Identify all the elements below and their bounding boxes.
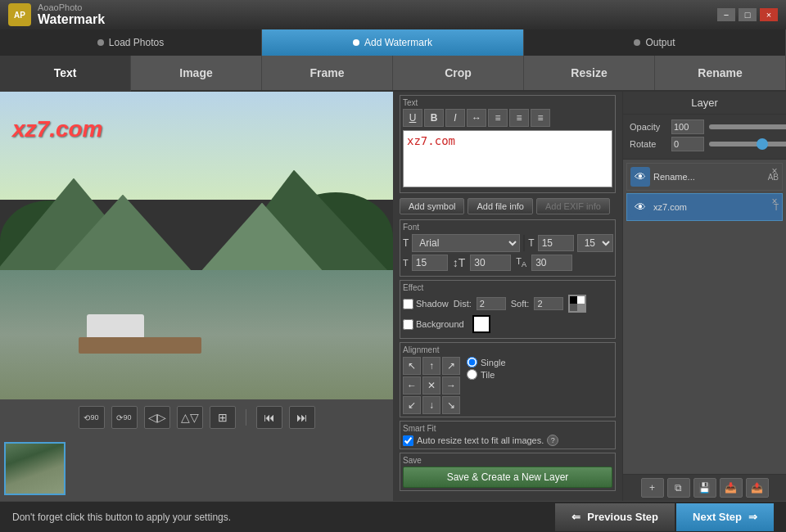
font-ta-icon: TA <box>516 256 526 268</box>
flip-horizontal-btn[interactable]: ◁▷ <box>144 406 170 429</box>
align-bl-btn[interactable]: ↙ <box>403 396 421 414</box>
align-br-btn[interactable]: ↘ <box>442 396 460 414</box>
spacing-btn[interactable]: ↔ <box>467 109 486 127</box>
opacity-slider[interactable] <box>709 124 786 129</box>
font-family-select[interactable]: Arial Times New Roman Verdana <box>412 234 520 252</box>
nav-dot-watermark <box>353 39 359 46</box>
layer-import-btn[interactable]: 📥 <box>720 478 743 498</box>
background-color-picker[interactable] <box>472 315 490 333</box>
italic-btn[interactable]: I <box>445 109 465 127</box>
single-radio-label[interactable]: Single <box>467 357 506 367</box>
layer-footer: + ⧉ 💾 📥 📤 <box>623 474 786 501</box>
font-spacing[interactable] <box>470 255 511 271</box>
prev-image-btn[interactable]: ⏮ <box>256 406 282 429</box>
help-icon[interactable]: ? <box>547 435 558 446</box>
thumbnail-1[interactable] <box>4 442 66 495</box>
tab-image[interactable]: Image <box>131 56 262 90</box>
layer-item-xz7[interactable]: 👁 xz7.com T × <box>626 193 783 221</box>
add-exif-info-button[interactable]: Add EXIF info <box>536 198 610 214</box>
shadow-color-picker[interactable] <box>568 295 586 313</box>
nav-add-watermark[interactable]: Add Watermark <box>262 29 524 56</box>
tab-text[interactable]: Text <box>0 56 131 92</box>
align-center-btn[interactable]: ≡ <box>509 109 529 127</box>
effect-section-label: Effect <box>403 283 612 292</box>
layer-add-btn[interactable]: + <box>641 478 664 498</box>
dock <box>79 304 226 354</box>
opacity-input[interactable] <box>671 119 704 134</box>
zoom-btn[interactable]: ⊞ <box>210 406 236 429</box>
tabs-bar: Text Image Frame Crop Resize Rename <box>0 56 786 92</box>
close-button[interactable]: × <box>760 8 778 21</box>
add-file-info-button[interactable]: Add file info <box>468 198 532 214</box>
shadow-row: Shadow Dist: Soft: <box>403 295 612 313</box>
save-section: Save Save & Create a New Layer <box>400 453 616 491</box>
align-tl-btn[interactable]: ↖ <box>403 357 421 375</box>
shadow-label[interactable]: Shadow <box>403 299 449 309</box>
app-name-area: AoaoPhoto Watermark <box>38 2 105 27</box>
rotate-label: Rotate <box>630 139 666 149</box>
add-symbol-button[interactable]: Add symbol <box>400 198 464 214</box>
tile-radio-label[interactable]: Tile <box>467 369 506 380</box>
auto-resize-checkbox[interactable] <box>403 435 413 446</box>
text-input[interactable]: xz7.com <box>403 130 612 187</box>
font-size-t-icon: T <box>528 237 534 249</box>
tab-crop[interactable]: Crop <box>393 56 524 90</box>
rotate-input[interactable] <box>671 137 704 151</box>
dist-input[interactable] <box>477 297 506 310</box>
save-create-layer-button[interactable]: Save & Create a New Layer <box>403 467 612 488</box>
underline-btn[interactable]: U <box>403 109 422 127</box>
layer-item-rename[interactable]: 👁 Rename... AB × <box>626 163 783 191</box>
preview-area: xz7.com ⟲90 ⟳90 ◁▷ △▽ ⊞ ⏮ ⏭ <box>0 92 393 501</box>
restore-button[interactable]: □ <box>739 8 757 21</box>
font-size-select[interactable]: 15 20 30 <box>577 234 613 252</box>
layer-copy-btn[interactable]: ⧉ <box>667 478 690 498</box>
font-color-swatch[interactable] <box>523 235 525 251</box>
flip-vertical-btn[interactable]: △▽ <box>177 406 203 429</box>
minimize-button[interactable]: − <box>717 8 735 21</box>
main-content: xz7.com ⟲90 ⟳90 ◁▷ △▽ ⊞ ⏮ ⏭ Text U B I <box>0 92 786 501</box>
layer-eye-xz7[interactable]: 👁 <box>630 197 650 217</box>
background-checkbox[interactable] <box>403 319 413 330</box>
tab-frame[interactable]: Frame <box>262 56 393 90</box>
align-right-btn[interactable]: ≡ <box>531 109 550 127</box>
layer-close-rename[interactable]: × <box>769 165 780 177</box>
align-mc-btn[interactable]: ✕ <box>422 376 440 394</box>
font-size-input[interactable] <box>538 235 574 251</box>
single-radio[interactable] <box>467 357 477 367</box>
navbar: Load Photos Add Watermark Output <box>0 29 786 56</box>
bottom-bar: Don't forget click this button to apply … <box>0 501 786 532</box>
align-tc-btn[interactable]: ↑ <box>422 357 440 375</box>
font-opacity[interactable] <box>531 255 572 271</box>
next-image-btn[interactable]: ⏭ <box>289 406 315 429</box>
nav-load-photos[interactable]: Load Photos <box>0 29 262 56</box>
text-input-container: xz7.com <box>403 130 612 190</box>
rotate-slider[interactable] <box>709 142 786 147</box>
layer-controls: Opacity Rotate <box>623 115 786 160</box>
rotate-right-btn[interactable]: ⟳90 <box>111 406 138 429</box>
app-name-small: AoaoPhoto <box>38 2 105 12</box>
alignment-grid: ↖ ↑ ↗ ← ✕ → ↙ ↓ ↘ <box>403 357 460 414</box>
tab-rename[interactable]: Rename <box>655 56 786 90</box>
titlebar-controls: − □ × <box>717 8 778 21</box>
layer-save-btn[interactable]: 💾 <box>693 478 716 498</box>
shadow-checkbox[interactable] <box>403 299 413 309</box>
align-bc-btn[interactable]: ↓ <box>422 396 440 414</box>
layer-export-btn[interactable]: 📤 <box>746 478 769 498</box>
layer-close-xz7[interactable]: × <box>769 196 780 207</box>
bold-btn[interactable]: B <box>424 109 444 127</box>
bottom-nav: ⇐ Previous Step Next Step ⇒ <box>555 503 774 531</box>
align-left-btn[interactable]: ≡ <box>488 109 508 127</box>
previous-step-button[interactable]: ⇐ Previous Step <box>555 503 675 531</box>
tab-resize[interactable]: Resize <box>524 56 655 90</box>
rotate-left-btn[interactable]: ⟲90 <box>79 406 105 429</box>
align-ml-btn[interactable]: ← <box>403 376 421 394</box>
background-label[interactable]: Background <box>403 319 464 330</box>
layer-eye-rename[interactable]: 👁 <box>630 167 650 187</box>
next-step-button[interactable]: Next Step ⇒ <box>676 503 774 531</box>
soft-input[interactable] <box>534 297 563 310</box>
align-tr-btn[interactable]: ↗ <box>442 357 460 375</box>
nav-output[interactable]: Output <box>524 29 786 56</box>
tile-radio[interactable] <box>467 369 477 380</box>
font-size-2[interactable] <box>412 255 448 271</box>
align-mr-btn[interactable]: → <box>442 376 460 394</box>
